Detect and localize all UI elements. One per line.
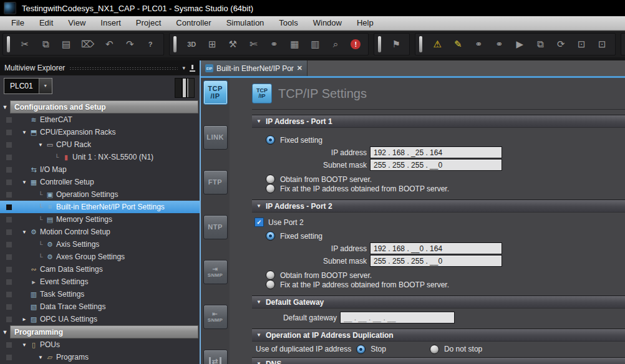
paste-icon[interactable]: ▤: [61, 39, 72, 50]
simulation-run-icon[interactable]: ▶: [514, 39, 525, 50]
obtain-bootp-radio-port2[interactable]: [266, 271, 275, 280]
expander-icon[interactable]: ▼: [20, 180, 29, 185]
toolbar-drag-handle[interactable]: [378, 36, 381, 52]
group-programming[interactable]: ▼ Programming: [0, 326, 198, 338]
delete-icon[interactable]: ⌦: [81, 39, 94, 50]
triangle-down-icon[interactable]: ▼: [0, 104, 10, 110]
tree-item-io-map[interactable]: ⇆ I/O Map: [0, 163, 200, 176]
help-icon[interactable]: ?: [145, 39, 156, 50]
tree-item-cpu-rack[interactable]: ▼ ▭ CPU Rack: [0, 138, 200, 151]
expander-icon[interactable]: ▼: [36, 142, 45, 148]
ntp-settings-button[interactable]: NTP: [203, 215, 228, 239]
port1-ip-address-input[interactable]: [370, 146, 502, 158]
toolbar-drag-handle[interactable]: [419, 36, 422, 52]
tree-item-opc-ua-settings[interactable]: ► ▨ OPC UA Settings: [0, 313, 200, 325]
monitor-watch-icon[interactable]: ⚭: [473, 39, 484, 50]
expander-icon[interactable]: ▼: [20, 342, 29, 348]
tree-item-ethercat[interactable]: ≋ EtherCAT: [0, 113, 200, 126]
3d-view-icon[interactable]: 3D: [186, 39, 197, 50]
group-configurations[interactable]: ▼ Configurations and Setup: [0, 101, 198, 113]
menu-insert[interactable]: Insert: [93, 16, 128, 30]
build-icon[interactable]: ⚒: [227, 39, 238, 50]
tree-item-cpu-expansion-racks[interactable]: ▼ ⬒ CPU/Expansion Racks: [0, 126, 200, 138]
io-map-icon[interactable]: ▦: [289, 39, 300, 50]
close-icon[interactable]: ✕: [297, 64, 303, 72]
menu-view[interactable]: View: [61, 16, 93, 30]
menu-file[interactable]: File: [4, 16, 32, 30]
ftp-settings-button[interactable]: FTP: [203, 170, 228, 194]
menu-help[interactable]: Help: [349, 16, 381, 30]
fins-settings-button[interactable]: ⇄: [203, 350, 228, 364]
use-port2-checkbox[interactable]: ✓: [254, 218, 264, 227]
expander-icon[interactable]: ▼: [20, 229, 29, 235]
menu-edit[interactable]: Edit: [32, 16, 61, 30]
section-header-ip-port2[interactable]: ▼ IP Address - Port 2: [252, 199, 625, 213]
toolbar-drag-handle[interactable]: [173, 36, 177, 52]
tree-item-pous[interactable]: ▼ ▯ POUs: [0, 338, 200, 351]
tree-item-memory-settings[interactable]: └ ▤ Memory Settings: [0, 213, 200, 226]
tree-item-builtin-ethernet-ip-port-settings[interactable]: └ ⌗ Built-in EtherNet/IP Port Settings: [0, 201, 200, 213]
section-header-dns[interactable]: ▼ DNS: [252, 357, 625, 364]
fix-bootp-radio-port2[interactable]: [266, 280, 275, 289]
snmp-settings-button[interactable]: ⇥ SNMP: [203, 260, 228, 284]
section-header-ip-duplication[interactable]: ▼ Operation at IP Address Duplication: [252, 328, 625, 342]
variable-table-icon[interactable]: ▥: [309, 39, 321, 50]
tree-item-cam-data-settings[interactable]: ∾ Cam Data Settings: [0, 263, 200, 275]
tree-item-programs[interactable]: ▼ ▱ Programs: [0, 351, 200, 363]
new-window-icon[interactable]: ⊞: [206, 39, 218, 50]
menu-window[interactable]: Window: [306, 16, 349, 30]
section-header-default-gateway[interactable]: ▼ Default Gateway: [252, 295, 625, 309]
mode-switch-icon[interactable]: ⚑: [390, 39, 402, 50]
undo-icon[interactable]: ↶: [104, 39, 115, 50]
tree-item-data-trace-settings[interactable]: ▧ Data Trace Settings: [0, 300, 200, 313]
link-settings-button[interactable]: LINK: [203, 125, 228, 150]
tree-item-task-settings[interactable]: ▥ Task Settings: [0, 288, 200, 300]
section-header-ip-port1[interactable]: ▼ IP Address - Port 1: [252, 115, 625, 128]
device-dropdown-icon[interactable]: ▾: [39, 79, 52, 93]
watch-window-icon[interactable]: ⚭: [268, 39, 279, 50]
tree-item-unit1-nx-sl5500[interactable]: └ ▮ Unit 1 : NX-SL5500 (N1): [0, 151, 200, 163]
default-gateway-input[interactable]: [340, 312, 455, 323]
menu-project[interactable]: Project: [128, 16, 168, 30]
tree-item-operation-settings[interactable]: └ ▣ Operation Settings: [0, 188, 200, 201]
fix-bootp-radio[interactable]: [266, 184, 275, 193]
controller-status-1-icon[interactable]: ⊡: [576, 39, 587, 50]
tcpip-settings-button[interactable]: TCP /IP: [203, 80, 228, 105]
menu-controller[interactable]: Controller: [168, 16, 218, 30]
expander-icon[interactable]: ►: [20, 317, 29, 322]
port2-ip-address-input[interactable]: [370, 242, 502, 254]
copy-icon[interactable]: ⧉: [40, 39, 51, 50]
triangle-down-icon[interactable]: ▼: [0, 329, 10, 335]
search-icon[interactable]: ⌕: [330, 39, 341, 50]
menu-tools[interactable]: Tools: [271, 16, 305, 30]
expander-icon[interactable]: ▼: [36, 355, 45, 360]
tree-item-axes-group-settings[interactable]: └ ⚙ Axes Group Settings: [0, 251, 200, 263]
device-selector[interactable]: PLC01 ▾: [4, 78, 52, 94]
fixed-setting-radio[interactable]: [266, 135, 275, 145]
edit-disabled-icon[interactable]: ✎: [452, 39, 463, 50]
fixed-setting-radio-port2[interactable]: [266, 231, 275, 241]
cut-icon[interactable]: ✂: [19, 39, 31, 50]
stop-radio[interactable]: [356, 345, 366, 354]
error-list-icon[interactable]: !: [351, 39, 361, 49]
build-warning-icon[interactable]: ⚠: [432, 39, 443, 50]
layers-icon[interactable]: ⧉: [535, 39, 546, 50]
tree-item-controller-setup[interactable]: ▼ ▦ Controller Setup: [0, 176, 200, 188]
tree-item-motion-control-setup[interactable]: ▼ ⚙ Motion Control Setup: [0, 226, 200, 238]
tree-item-axis-settings[interactable]: └ ⚙ Axis Settings: [0, 238, 200, 251]
refresh-icon[interactable]: ⟳: [555, 39, 566, 50]
port1-subnet-mask-input[interactable]: [370, 159, 502, 171]
toolbar-drag-handle[interactable]: [7, 36, 10, 52]
snmp-trap-settings-button[interactable]: ⇤ SNMP: [203, 305, 228, 329]
do-not-stop-radio[interactable]: [430, 345, 439, 354]
port2-subnet-mask-input[interactable]: [370, 255, 502, 267]
obtain-bootp-radio[interactable]: [266, 175, 275, 184]
menu-simulation[interactable]: Simulation: [219, 16, 272, 30]
tree-item-event-settings[interactable]: ▸ Event Settings: [0, 275, 200, 288]
chevron-down-icon[interactable]: ▾: [182, 65, 185, 71]
expander-icon[interactable]: ▼: [20, 130, 29, 135]
controller-status-2-icon[interactable]: ⊡: [596, 39, 608, 50]
rebuild-icon[interactable]: ✄: [248, 39, 259, 50]
monitor-watch-remove-icon[interactable]: ⚭: [493, 39, 505, 50]
pin-icon[interactable]: [190, 65, 195, 72]
